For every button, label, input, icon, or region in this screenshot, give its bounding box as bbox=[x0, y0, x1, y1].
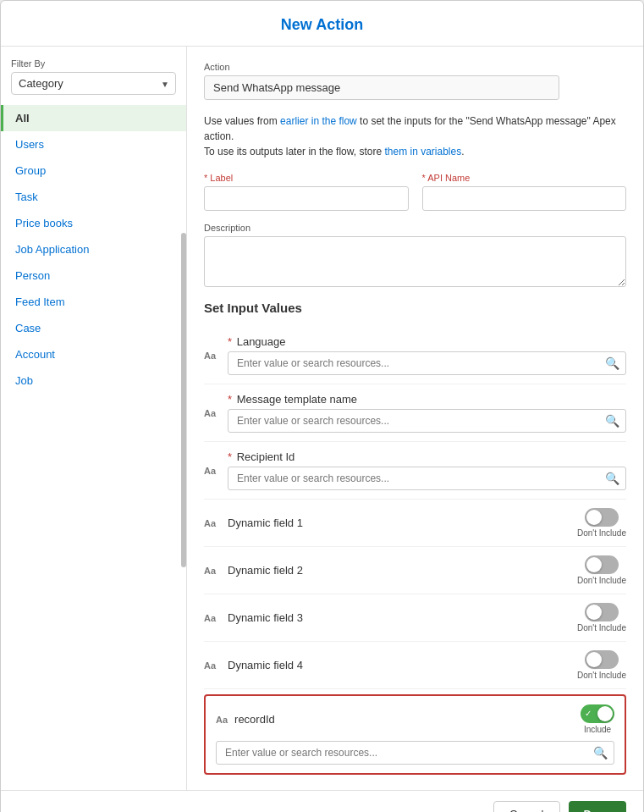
modal-title: New Action bbox=[1, 1, 643, 47]
dynamic-4-knob bbox=[586, 652, 602, 667]
record-id-toggle[interactable]: ✓ bbox=[581, 704, 614, 723]
dynamic-field-2-label: Dynamic field 2 bbox=[228, 564, 567, 577]
modal-footer: Cancel Done bbox=[1, 790, 643, 812]
info-link-2: them in variables bbox=[384, 146, 461, 157]
dynamic-field-3-label: Dynamic field 3 bbox=[228, 611, 567, 624]
toggle-check-icon: ✓ bbox=[585, 709, 592, 718]
field-row-language: Aa * Language 🔍 bbox=[204, 327, 626, 384]
dynamic-1-toggle-wrap: Don't Include bbox=[577, 508, 626, 538]
language-search-field: 🔍 bbox=[228, 351, 626, 375]
record-id-label: recordId bbox=[234, 713, 570, 726]
recipient-id-input[interactable] bbox=[228, 467, 626, 490]
record-id-knob bbox=[597, 706, 613, 721]
message-template-label: * Message template name bbox=[228, 393, 626, 406]
dynamic-2-knob bbox=[586, 557, 602, 572]
recipient-id-search-field: 🔍 bbox=[228, 467, 626, 490]
set-input-title: Set Input Values bbox=[204, 301, 626, 315]
record-id-input[interactable] bbox=[216, 741, 614, 765]
cancel-button[interactable]: Cancel bbox=[493, 801, 559, 812]
api-name-group: * API Name bbox=[422, 173, 627, 211]
dynamic-4-toggle-wrap: Don't Include bbox=[577, 650, 626, 680]
dynamic-3-toggle-label: Don't Include bbox=[577, 623, 626, 632]
field-row-message-template: Aa * Message template name 🔍 bbox=[204, 384, 626, 442]
record-id-toggle-wrap: ✓ Include bbox=[581, 704, 614, 734]
api-name-required-label: * API Name bbox=[422, 173, 627, 183]
dynamic-3-knob bbox=[586, 605, 602, 620]
dynamic-3-toggle-wrap: Don't Include bbox=[577, 603, 626, 632]
new-action-modal: New Action Filter By Category All Users … bbox=[0, 0, 644, 812]
filter-by-label: Filter By bbox=[1, 58, 186, 72]
dynamic-field-4-label: Dynamic field 4 bbox=[228, 659, 567, 671]
sidebar-item-person[interactable]: Person bbox=[1, 262, 186, 289]
sidebar-item-feed-item[interactable]: Feed Item bbox=[1, 289, 186, 315]
field-row-dynamic-4: Aa Dynamic field 4 Don't Include bbox=[204, 642, 626, 689]
dynamic-1-toggle-label: Don't Include bbox=[577, 528, 626, 538]
aa-icon-dynamic-1: Aa bbox=[204, 518, 221, 528]
api-name-input[interactable] bbox=[422, 186, 627, 211]
sidebar-item-job-application[interactable]: Job Application bbox=[1, 236, 186, 262]
field-row-dynamic-1: Aa Dynamic field 1 Don't Include bbox=[204, 500, 626, 547]
dynamic-field-1-label: Dynamic field 1 bbox=[228, 516, 567, 529]
record-id-header: Aa recordId ✓ Include bbox=[216, 704, 614, 734]
modal-body: Filter By Category All Users Group Task … bbox=[1, 47, 643, 790]
sidebar-item-all[interactable]: All bbox=[1, 105, 186, 131]
message-template-input[interactable] bbox=[228, 409, 626, 433]
sidebar: Filter By Category All Users Group Task … bbox=[1, 47, 187, 790]
category-select[interactable]: Category bbox=[11, 72, 176, 95]
label-apiname-row: * Label * API Name bbox=[204, 173, 626, 211]
dynamic-2-toggle-wrap: Don't Include bbox=[577, 555, 626, 585]
description-label: Description bbox=[204, 223, 626, 233]
info-text: Use values from earlier in the flow to s… bbox=[204, 113, 626, 159]
dynamic-1-toggle[interactable] bbox=[585, 508, 619, 527]
label-required-label: * Label bbox=[204, 173, 409, 183]
language-label: * Language bbox=[228, 335, 626, 348]
main-content: Action Use values from earlier in the fl… bbox=[187, 47, 643, 790]
sidebar-item-group[interactable]: Group bbox=[1, 157, 186, 184]
dynamic-2-toggle-label: Don't Include bbox=[577, 576, 626, 585]
category-filter[interactable]: Category bbox=[11, 72, 176, 95]
action-input[interactable] bbox=[204, 75, 559, 100]
sidebar-item-price-books[interactable]: Price books bbox=[1, 210, 186, 236]
record-id-search-field: 🔍 bbox=[216, 741, 614, 765]
aa-icon-message-template: Aa bbox=[204, 408, 221, 418]
action-label: Action bbox=[204, 62, 626, 72]
dynamic-4-toggle-label: Don't Include bbox=[577, 671, 626, 680]
field-row-dynamic-2: Aa Dynamic field 2 Don't Include bbox=[204, 547, 626, 594]
aa-icon-dynamic-3: Aa bbox=[204, 613, 221, 623]
description-textarea[interactable] bbox=[204, 236, 626, 287]
sidebar-item-job[interactable]: Job bbox=[1, 367, 186, 394]
aa-icon-dynamic-2: Aa bbox=[204, 566, 221, 576]
action-row: Action bbox=[204, 62, 626, 100]
sidebar-item-case[interactable]: Case bbox=[1, 315, 186, 341]
aa-icon-dynamic-4: Aa bbox=[204, 660, 221, 671]
dynamic-1-knob bbox=[586, 510, 602, 525]
record-id-search-icon[interactable]: 🔍 bbox=[593, 746, 608, 760]
info-link-1: earlier in the flow bbox=[280, 115, 357, 127]
description-group: Description bbox=[204, 223, 626, 287]
aa-icon-language: Aa bbox=[204, 351, 221, 361]
message-template-search-field: 🔍 bbox=[228, 409, 626, 433]
field-row-dynamic-3: Aa Dynamic field 3 Don't Include bbox=[204, 594, 626, 642]
aa-icon-record-id: Aa bbox=[216, 715, 228, 725]
language-input[interactable] bbox=[228, 351, 626, 375]
done-button[interactable]: Done bbox=[569, 801, 627, 812]
sidebar-scrollbar bbox=[181, 233, 186, 567]
dynamic-3-toggle[interactable] bbox=[585, 603, 619, 621]
recipient-id-search-icon[interactable]: 🔍 bbox=[605, 472, 619, 485]
record-id-toggle-label: Include bbox=[584, 725, 611, 734]
recipient-id-label: * Recipient Id bbox=[228, 450, 626, 463]
label-input[interactable] bbox=[204, 186, 409, 211]
sidebar-item-account[interactable]: Account bbox=[1, 341, 186, 367]
dynamic-4-toggle[interactable] bbox=[585, 650, 619, 669]
language-search-icon[interactable]: 🔍 bbox=[605, 356, 619, 370]
field-row-recipient-id: Aa * Recipient Id 🔍 bbox=[204, 442, 626, 500]
label-group: * Label bbox=[204, 173, 409, 211]
dynamic-2-toggle[interactable] bbox=[585, 555, 619, 574]
sidebar-list: All Users Group Task Price books Job App… bbox=[1, 105, 186, 778]
message-template-search-icon[interactable]: 🔍 bbox=[605, 414, 619, 428]
sidebar-item-users[interactable]: Users bbox=[1, 131, 186, 157]
aa-icon-recipient-id: Aa bbox=[204, 466, 221, 476]
sidebar-item-task[interactable]: Task bbox=[1, 184, 186, 210]
record-id-section: Aa recordId ✓ Include 🔍 bbox=[204, 694, 626, 775]
